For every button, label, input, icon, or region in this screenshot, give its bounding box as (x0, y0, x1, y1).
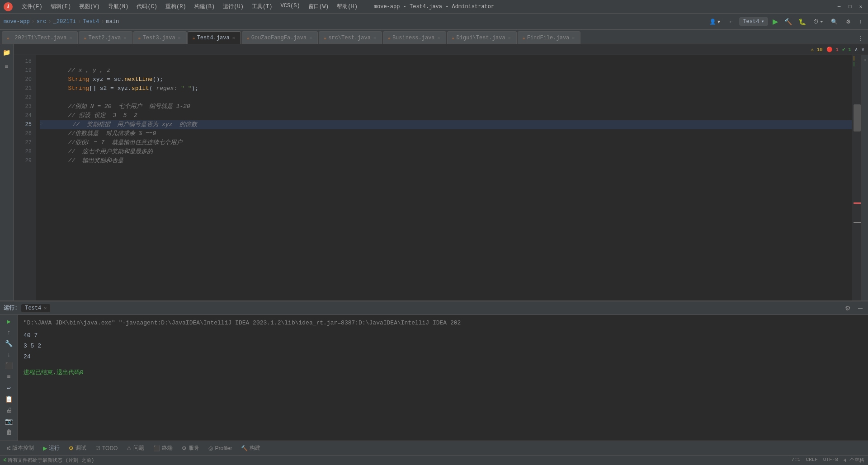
tab-business[interactable]: ☕ Business.java ✕ (383, 31, 446, 44)
tab-test3[interactable]: ☕ Test3.java ✕ (133, 31, 187, 44)
back-button[interactable]: ← (726, 17, 736, 26)
run-toolbar-button[interactable]: ▶ 运行 (39, 443, 63, 453)
build-toolbar-button[interactable]: 🔨 构建 (237, 443, 264, 453)
search-button[interactable]: 🔍 (828, 17, 840, 26)
breadcrumb-src[interactable]: src (37, 19, 47, 25)
stop-button[interactable]: ⬛ (3, 362, 15, 370)
breadcrumb-class[interactable]: Test4 (83, 19, 99, 25)
tab-close-button[interactable]: ✕ (507, 35, 512, 41)
code-line-28: // 这七个用户奖励和是最多的 (40, 147, 852, 156)
warning-indicator[interactable]: ⚠ 10 (811, 47, 822, 52)
tab-srctest[interactable]: ☕ src\Test.java ✕ (319, 31, 382, 44)
menu-file[interactable]: 文件(F) (18, 2, 46, 11)
editor-area[interactable]: 18 19 20 21 22 23 24 25 26 27 28 29 (14, 55, 868, 301)
minimize-panel-button[interactable]: ─ (856, 304, 864, 313)
nav-down-button[interactable]: ∨ (861, 47, 864, 52)
run-tab[interactable]: Test4 ✕ (21, 304, 50, 312)
debug-toolbar-button[interactable]: ⚙ 调试 (65, 443, 90, 453)
debug-button[interactable]: 🐛 (797, 17, 808, 26)
run-again-button[interactable]: ▶ (3, 318, 15, 325)
nav-up-button[interactable]: ∧ (855, 47, 858, 52)
minimize-button[interactable]: ─ (835, 3, 843, 10)
run-button[interactable]: ▶ (771, 16, 780, 27)
build-button[interactable]: 🔨 (783, 17, 794, 26)
problems-button[interactable]: ⚠ 问题 (123, 443, 148, 453)
close-button[interactable]: ✕ (857, 3, 864, 10)
tab-close-button[interactable]: ✕ (373, 35, 377, 41)
tab-test2[interactable]: ☕ Test2.java ✕ (79, 31, 132, 44)
tab-close-button[interactable]: ✕ (308, 35, 313, 41)
menu-tools[interactable]: 工具(T) (248, 2, 276, 11)
maximize-button[interactable]: □ (846, 3, 854, 10)
error-indicator[interactable]: 🔴 1 (826, 47, 839, 52)
java-icon: ☕ (452, 35, 455, 41)
window-controls: ─ □ ✕ (835, 3, 864, 10)
filter-button[interactable]: ≡ (3, 373, 15, 380)
wrap-button[interactable]: ↩ (3, 384, 15, 392)
java-icon: ☕ (324, 35, 326, 41)
tab-test4-active[interactable]: ☕ Test4.java ✕ (188, 31, 241, 44)
terminal-button[interactable]: ⬛ 终端 (150, 443, 176, 453)
main-layout: 📁 ≡ ⚠ 10 🔴 1 ✔ 1 ∧ ∨ 18 19 20 21 22 23 2… (0, 44, 868, 301)
tab-close-button[interactable]: ✕ (123, 35, 127, 41)
java-icon: ☕ (247, 35, 250, 41)
menu-view[interactable]: 视图(V) (75, 2, 104, 11)
tab-test[interactable]: ☕ _2021Ti\Test.java ✕ (2, 31, 78, 44)
structure-icon[interactable]: ≡ (1, 61, 12, 72)
project-icon[interactable]: 📁 (1, 47, 12, 58)
console-output[interactable]: "D:\JAVA JDK\bin\java.exe" "-javaagent:D… (18, 315, 868, 441)
status-bar: ⑆ 所有文件都处于最新状态 (片刻 之前) 7:1 CRLF UTF-8 4 个… (0, 455, 868, 465)
camera-button[interactable]: 📷 (3, 418, 15, 425)
menu-code[interactable]: 代码(C) (133, 2, 161, 11)
menu-run[interactable]: 运行(U) (219, 2, 247, 11)
scrollbar-thumb[interactable] (854, 104, 861, 132)
menu-navigate[interactable]: 导航(N) (104, 2, 132, 11)
coverage-button[interactable]: ⏱ ▾ (811, 17, 826, 26)
more-tabs-button[interactable]: ⋮ (855, 33, 866, 44)
profiler-icon: ◎ (208, 445, 213, 451)
indent[interactable]: 4 个空格 (844, 457, 864, 464)
code-editor[interactable]: // x , y , z String xyz = sc.nextLine();… (36, 55, 852, 301)
menu-edit[interactable]: 编辑(E) (47, 2, 75, 11)
line-ending[interactable]: CRLF (806, 457, 817, 464)
wrench-button[interactable]: 🔧 (3, 340, 15, 348)
cursor-position[interactable]: 7:1 (792, 457, 801, 464)
run-config-selector[interactable]: Test4 ▾ (739, 17, 768, 26)
breadcrumb-project[interactable]: move-app (4, 19, 30, 25)
tab-findfile[interactable]: ☕ FindFile.java ✕ (518, 31, 581, 44)
tab-close-button[interactable]: ✕ (571, 35, 576, 41)
recent-files-button[interactable]: 👤 ▾ (707, 17, 723, 26)
tab-close-button[interactable]: ✕ (68, 35, 73, 41)
menu-refactor[interactable]: 重构(R) (162, 2, 190, 11)
tab-close-button[interactable]: ✕ (231, 35, 236, 41)
line-num-19: 19 (14, 66, 32, 75)
delete-button[interactable]: 🗑 (3, 429, 15, 436)
run-tab-close[interactable]: ✕ (44, 305, 47, 311)
breadcrumb-package[interactable]: _2021Ti (53, 19, 76, 25)
tab-digui[interactable]: ☕ Digui\Test.java ✕ (447, 31, 517, 44)
menu-build[interactable]: 构建(B) (191, 2, 219, 11)
version-control-button[interactable]: ⑆ 版本控制 (4, 443, 38, 453)
scroll-up-button[interactable]: ↑ (3, 329, 15, 336)
ok-indicator[interactable]: ✔ 1 (842, 47, 851, 52)
tab-gouzaofangfa[interactable]: ☕ GouZaoFangFa.java ✕ (242, 31, 318, 44)
settings-button[interactable]: ⚙ (843, 17, 854, 26)
profiler-button[interactable]: ◎ Profiler (205, 444, 236, 453)
tab-close-button[interactable]: ✕ (177, 35, 182, 41)
scroll-down-button[interactable]: ↓ (3, 351, 15, 358)
update-button[interactable]: ↑ (856, 17, 864, 26)
notifications-button[interactable]: ≡ (861, 57, 868, 63)
todo-button[interactable]: ☑ TODO (92, 444, 121, 453)
breadcrumb-method[interactable]: main (106, 19, 119, 25)
encoding[interactable]: UTF-8 (823, 457, 838, 464)
print-button[interactable]: 🖨 (3, 407, 15, 414)
menu-vcs[interactable]: VCS(S) (277, 2, 303, 11)
git-status[interactable]: ⑆ 所有文件都处于最新状态 (片刻 之前) (4, 457, 94, 464)
settings-panel-button[interactable]: ⚙ (843, 304, 853, 313)
menu-help[interactable]: 帮助(H) (333, 2, 361, 11)
copy-button[interactable]: 📋 (3, 395, 15, 403)
services-button[interactable]: ⚙ 服务 (178, 443, 203, 453)
menu-window[interactable]: 窗口(W) (305, 2, 333, 11)
console-process-end: 进程已结束,退出代码0 (24, 368, 863, 377)
tab-close-button[interactable]: ✕ (437, 35, 441, 41)
